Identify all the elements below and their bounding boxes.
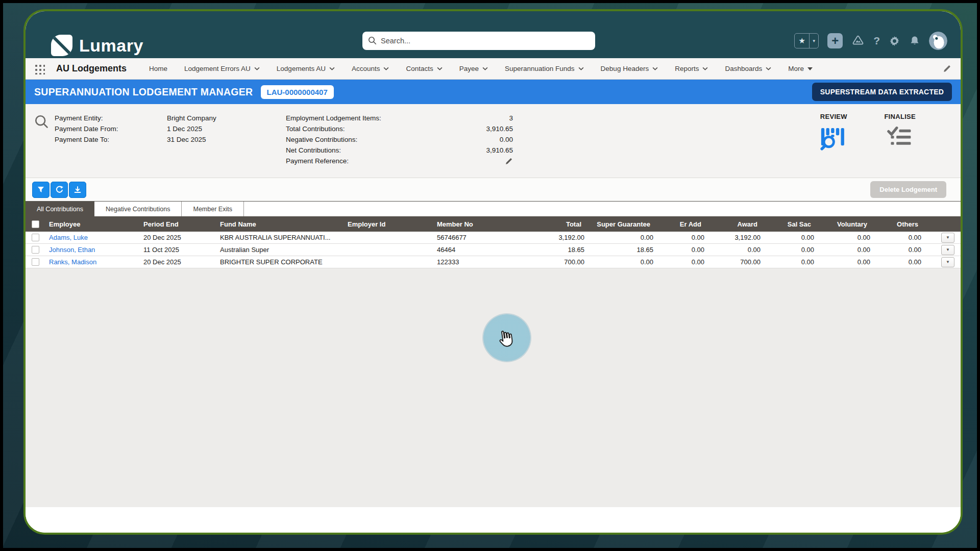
download-icon	[74, 186, 82, 194]
review-barcode-scan-icon[interactable]	[820, 126, 847, 151]
chevron-down-icon[interactable]	[482, 67, 488, 70]
refresh-icon	[55, 185, 64, 194]
row-actions-dropdown[interactable]: ▼	[941, 257, 954, 267]
table-row: Ranks, Madison 20 Dec 2025 BRIGHTER SUPE…	[26, 256, 961, 268]
period-end-cell: 11 Oct 2025	[139, 246, 216, 254]
app-launcher-icon[interactable]	[34, 63, 45, 74]
refresh-button[interactable]	[51, 182, 68, 198]
caret-down-icon: ▼	[946, 235, 950, 240]
employee-link[interactable]: Johnson, Ethan	[45, 246, 139, 254]
contribution-tabs: All Contributions Negative Contributions…	[26, 201, 961, 216]
row-actions-dropdown[interactable]: ▼	[941, 245, 954, 255]
nav-tab-lodgement-errors-au[interactable]: Lodgement Errors AU	[184, 65, 260, 72]
nav-tab-lodgements-au[interactable]: Lodgements AU	[277, 65, 335, 72]
row-checkbox[interactable]	[32, 246, 39, 254]
table-row: Adams, Luke 20 Dec 2025 KBR AUSTRALIA SU…	[26, 232, 961, 244]
sal-sac-cell: 0.00	[765, 234, 818, 241]
nav-tab-payee[interactable]: Payee	[459, 65, 488, 72]
fund-name-cell: BRIGHTER SUPER CORPORATE	[216, 258, 344, 266]
notifications-bell-icon[interactable]	[909, 35, 920, 46]
nav-tab-accounts[interactable]: Accounts	[352, 65, 389, 72]
superstream-status-button[interactable]: SUPERSTREAM DATA EXTRACTED	[812, 83, 952, 101]
delete-lodgement-button[interactable]: Delete Lodgement	[870, 181, 946, 198]
nav-tab-superannuation-funds[interactable]: Superannuation Funds	[505, 65, 584, 72]
tab-negative-contributions[interactable]: Negative Contributions	[94, 202, 182, 216]
finalise-checklist-icon[interactable]	[887, 126, 913, 149]
column-header-fund-name[interactable]: Fund Name	[216, 220, 344, 228]
voluntary-cell: 0.00	[818, 234, 874, 241]
global-add-icon[interactable]: +	[827, 33, 843, 48]
caret-down-icon: ▼	[946, 260, 950, 264]
summary-actions: REVIEW F	[820, 113, 916, 151]
column-header-super-guarantee[interactable]: Super Guarantee	[589, 220, 657, 228]
nav-tab-debug-headers[interactable]: Debug Headers	[601, 65, 658, 72]
download-button[interactable]	[69, 182, 86, 198]
nav-tab-dashboards[interactable]: Dashboards	[725, 65, 771, 72]
caret-down-icon: ▼	[946, 247, 950, 252]
chevron-down-icon[interactable]	[652, 67, 658, 70]
fund-name-cell: KBR AUSTRALIA SUPERANNUATI...	[216, 234, 344, 241]
edit-nav-pencil-icon[interactable]	[943, 64, 951, 73]
tab-all-contributions[interactable]: All Contributions	[26, 202, 94, 216]
column-header-sal-sac[interactable]: Sal Sac	[765, 220, 818, 228]
member-no-cell: 56746677	[433, 234, 530, 241]
row-checkbox[interactable]	[32, 234, 39, 241]
nav-tab-home[interactable]: Home	[149, 65, 167, 72]
chevron-down-icon[interactable]	[437, 67, 443, 70]
column-header-voluntary[interactable]: Voluntary	[818, 220, 874, 228]
chevron-down-icon[interactable]	[766, 67, 771, 70]
filter-button[interactable]	[32, 182, 50, 198]
tab-member-exits[interactable]: Member Exits	[182, 202, 243, 216]
member-no-cell: 46464	[433, 246, 530, 254]
column-header-er-add[interactable]: Er Add	[657, 220, 708, 228]
empty-content-area	[26, 268, 961, 507]
setup-gear-icon[interactable]	[889, 35, 900, 47]
nav-tab-contacts[interactable]: Contacts	[406, 65, 442, 72]
trailhead-icon[interactable]	[851, 34, 865, 47]
row-actions-dropdown[interactable]: ▼	[941, 233, 954, 243]
select-all-checkbox[interactable]	[32, 220, 39, 228]
column-header-others[interactable]: Others	[874, 220, 925, 228]
column-header-period-end[interactable]: Period End	[139, 220, 216, 228]
header-actions: ★ ▼ + ?	[794, 32, 947, 50]
search-input[interactable]	[362, 32, 595, 50]
chevron-down-icon[interactable]	[329, 67, 335, 70]
user-avatar[interactable]	[929, 32, 947, 50]
total-cell: 700.00	[530, 258, 589, 266]
column-header-employee[interactable]: Employee	[45, 220, 139, 228]
chevron-down-icon[interactable]	[254, 67, 260, 70]
er-add-cell: 0.00	[657, 258, 708, 266]
nav-tab-label: Dashboards	[725, 65, 762, 72]
employee-link[interactable]: Ranks, Madison	[45, 258, 139, 266]
brand-name: Lumary	[79, 36, 143, 56]
favorites-group: ★ ▼	[794, 33, 819, 48]
employee-link[interactable]: Adams, Luke	[45, 234, 139, 241]
column-header-member-no[interactable]: Member No	[433, 220, 530, 228]
favorites-star-icon[interactable]: ★	[795, 34, 809, 48]
nav-tab-more[interactable]: More	[788, 65, 813, 72]
super-guarantee-cell: 0.00	[589, 258, 657, 266]
finalise-action[interactable]: FINALISE	[884, 113, 916, 151]
review-action[interactable]: REVIEW	[820, 113, 847, 151]
nav-tab-label: Reports	[675, 65, 699, 72]
page-title: SUPERANNUATION LODGEMENT MANAGER	[34, 86, 253, 98]
column-header-employer-id[interactable]: Employer Id	[344, 220, 433, 228]
lodgement-summary: Payment Entity:Bright Company Payment Da…	[26, 104, 961, 178]
lumary-leaf-icon	[51, 35, 72, 56]
column-header-award[interactable]: Award	[708, 220, 765, 228]
chevron-down-icon[interactable]	[383, 67, 389, 70]
payment-date-from-value: 1 Dec 2025	[167, 125, 202, 133]
field-label: Payment Date From:	[55, 125, 167, 133]
row-checkbox[interactable]	[32, 258, 39, 266]
chevron-down-icon[interactable]	[702, 67, 708, 70]
review-label: REVIEW	[820, 113, 847, 120]
summary-magnifier-icon	[33, 113, 51, 131]
table-header: Employee Period End Fund Name Employer I…	[26, 216, 961, 232]
desktop-background: Lumary ★ ▼ + ?	[3, 3, 977, 548]
chevron-down-icon[interactable]	[578, 67, 584, 70]
payment-reference-edit-icon[interactable]	[505, 157, 513, 165]
column-header-total[interactable]: Total	[530, 220, 589, 228]
nav-tab-reports[interactable]: Reports	[675, 65, 708, 72]
help-icon[interactable]: ?	[873, 35, 880, 47]
favorites-dropdown-icon[interactable]: ▼	[809, 34, 818, 48]
